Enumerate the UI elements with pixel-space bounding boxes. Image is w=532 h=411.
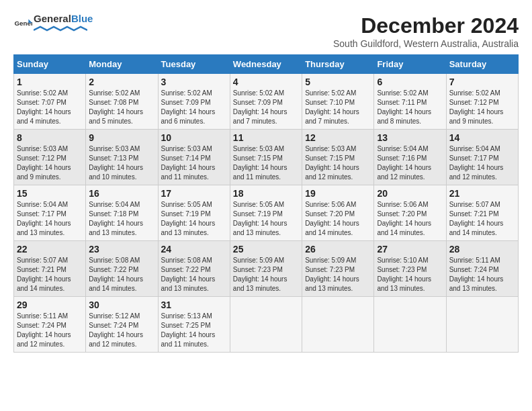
day-number: 26 [305,244,371,255]
day-number: 25 [233,244,299,255]
day-number: 5 [305,77,371,87]
day-info: Sunrise: 5:02 AM Sunset: 7:08 PM Dayligh… [89,89,154,126]
calendar-cell: 4Sunrise: 5:02 AM Sunset: 7:09 PM Daylig… [230,74,302,130]
day-info: Sunrise: 5:13 AM Sunset: 7:25 PM Dayligh… [161,312,227,349]
day-number: 11 [233,132,299,143]
calendar-cell: 3Sunrise: 5:02 AM Sunset: 7:09 PM Daylig… [158,74,230,130]
day-info: Sunrise: 5:02 AM Sunset: 7:12 PM Dayligh… [449,89,515,126]
calendar-cell: 2Sunrise: 5:02 AM Sunset: 7:08 PM Daylig… [86,74,158,130]
logo-blue: Blue [71,13,93,24]
day-number: 29 [17,300,83,310]
calendar-cell: 1Sunrise: 5:02 AM Sunset: 7:07 PM Daylig… [14,74,86,130]
calendar-cell: 22Sunrise: 5:07 AM Sunset: 7:21 PM Dayli… [14,241,86,297]
logo: General GeneralBlue [13,13,93,36]
day-info: Sunrise: 5:04 AM Sunset: 7:16 PM Dayligh… [377,144,443,182]
calendar-week-row: 8Sunrise: 5:03 AM Sunset: 7:12 PM Daylig… [14,130,519,185]
page-header: General GeneralBlue December 2024 South … [13,13,519,49]
calendar-header-row: SundayMondayTuesdayWednesdayThursdayFrid… [14,55,519,74]
day-number: 30 [89,300,154,310]
calendar-cell: 6Sunrise: 5:02 AM Sunset: 7:11 PM Daylig… [374,74,446,130]
day-info: Sunrise: 5:10 AM Sunset: 7:23 PM Dayligh… [377,256,443,293]
day-info: Sunrise: 5:12 AM Sunset: 7:24 PM Dayligh… [89,312,154,349]
day-info: Sunrise: 5:03 AM Sunset: 7:13 PM Dayligh… [89,144,154,182]
day-number: 17 [161,188,227,199]
calendar-week-row: 15Sunrise: 5:04 AM Sunset: 7:17 PM Dayli… [14,185,519,241]
day-info: Sunrise: 5:04 AM Sunset: 7:18 PM Dayligh… [89,200,154,238]
calendar-cell: 8Sunrise: 5:03 AM Sunset: 7:12 PM Daylig… [14,130,86,185]
day-number: 7 [449,77,515,87]
day-info: Sunrise: 5:07 AM Sunset: 7:21 PM Dayligh… [17,256,83,293]
day-info: Sunrise: 5:11 AM Sunset: 7:24 PM Dayligh… [17,312,83,349]
day-info: Sunrise: 5:02 AM Sunset: 7:11 PM Dayligh… [377,89,443,126]
month-year-title: December 2024 [333,13,519,38]
calendar-cell: 20Sunrise: 5:06 AM Sunset: 7:20 PM Dayli… [374,185,446,241]
day-number: 14 [449,132,515,143]
day-info: Sunrise: 5:06 AM Sunset: 7:20 PM Dayligh… [377,200,443,238]
day-number: 23 [89,244,154,255]
day-info: Sunrise: 5:05 AM Sunset: 7:19 PM Dayligh… [161,200,227,238]
day-info: Sunrise: 5:03 AM Sunset: 7:14 PM Dayligh… [161,144,227,182]
day-number: 27 [377,244,443,255]
day-number: 2 [89,77,154,87]
calendar-cell: 29Sunrise: 5:11 AM Sunset: 7:24 PM Dayli… [14,297,86,353]
calendar-cell: 17Sunrise: 5:05 AM Sunset: 7:19 PM Dayli… [158,185,230,241]
calendar-cell: 10Sunrise: 5:03 AM Sunset: 7:14 PM Dayli… [158,130,230,185]
calendar-cell: 25Sunrise: 5:09 AM Sunset: 7:23 PM Dayli… [230,241,302,297]
calendar-cell: 18Sunrise: 5:05 AM Sunset: 7:19 PM Dayli… [230,185,302,241]
title-block: December 2024 South Guildford, Western A… [333,13,519,49]
calendar-table: SundayMondayTuesdayWednesdayThursdayFrid… [13,54,519,353]
column-header-saturday: Saturday [446,55,518,74]
day-info: Sunrise: 5:08 AM Sunset: 7:22 PM Dayligh… [89,256,154,293]
day-number: 20 [377,188,443,199]
day-info: Sunrise: 5:09 AM Sunset: 7:23 PM Dayligh… [305,256,371,293]
calendar-cell: 13Sunrise: 5:04 AM Sunset: 7:16 PM Dayli… [374,130,446,185]
day-number: 9 [89,132,154,143]
calendar-cell: 26Sunrise: 5:09 AM Sunset: 7:23 PM Dayli… [302,241,374,297]
column-header-monday: Monday [86,55,158,74]
column-header-tuesday: Tuesday [158,55,230,74]
column-header-friday: Friday [374,55,446,74]
day-number: 8 [17,132,83,143]
day-info: Sunrise: 5:02 AM Sunset: 7:09 PM Dayligh… [233,89,299,126]
calendar-cell: 30Sunrise: 5:12 AM Sunset: 7:24 PM Dayli… [86,297,158,353]
day-info: Sunrise: 5:03 AM Sunset: 7:15 PM Dayligh… [233,144,299,182]
calendar-cell: 24Sunrise: 5:08 AM Sunset: 7:22 PM Dayli… [158,241,230,297]
calendar-cell: 9Sunrise: 5:03 AM Sunset: 7:13 PM Daylig… [86,130,158,185]
calendar-cell: 23Sunrise: 5:08 AM Sunset: 7:22 PM Dayli… [86,241,158,297]
day-info: Sunrise: 5:03 AM Sunset: 7:15 PM Dayligh… [305,144,371,182]
day-info: Sunrise: 5:06 AM Sunset: 7:20 PM Dayligh… [305,200,371,238]
day-info: Sunrise: 5:04 AM Sunset: 7:17 PM Dayligh… [449,144,515,182]
day-info: Sunrise: 5:11 AM Sunset: 7:24 PM Dayligh… [449,256,515,293]
calendar-cell [230,297,302,353]
calendar-cell: 16Sunrise: 5:04 AM Sunset: 7:18 PM Dayli… [86,185,158,241]
calendar-cell: 27Sunrise: 5:10 AM Sunset: 7:23 PM Dayli… [374,241,446,297]
day-info: Sunrise: 5:09 AM Sunset: 7:23 PM Dayligh… [233,256,299,293]
day-number: 13 [377,132,443,143]
logo-general: General [34,13,71,24]
calendar-cell: 14Sunrise: 5:04 AM Sunset: 7:17 PM Dayli… [446,130,518,185]
day-number: 21 [449,188,515,199]
day-number: 18 [233,188,299,199]
day-number: 19 [305,188,371,199]
calendar-week-row: 29Sunrise: 5:11 AM Sunset: 7:24 PM Dayli… [14,297,519,353]
calendar-cell [446,297,518,353]
day-number: 12 [305,132,371,143]
calendar-week-row: 1Sunrise: 5:02 AM Sunset: 7:07 PM Daylig… [14,74,519,130]
day-number: 31 [161,300,227,310]
calendar-cell: 11Sunrise: 5:03 AM Sunset: 7:15 PM Dayli… [230,130,302,185]
day-info: Sunrise: 5:03 AM Sunset: 7:12 PM Dayligh… [17,144,83,182]
day-info: Sunrise: 5:04 AM Sunset: 7:17 PM Dayligh… [17,200,83,238]
calendar-cell: 5Sunrise: 5:02 AM Sunset: 7:10 PM Daylig… [302,74,374,130]
day-info: Sunrise: 5:02 AM Sunset: 7:07 PM Dayligh… [17,89,83,126]
day-number: 1 [17,77,83,87]
day-number: 22 [17,244,83,255]
calendar-cell: 21Sunrise: 5:07 AM Sunset: 7:21 PM Dayli… [446,185,518,241]
column-header-thursday: Thursday [302,55,374,74]
calendar-cell [374,297,446,353]
calendar-cell: 15Sunrise: 5:04 AM Sunset: 7:17 PM Dayli… [14,185,86,241]
day-number: 15 [17,188,83,199]
calendar-cell [302,297,374,353]
day-number: 3 [161,77,227,87]
day-number: 16 [89,188,154,199]
logo-wave [34,25,87,33]
